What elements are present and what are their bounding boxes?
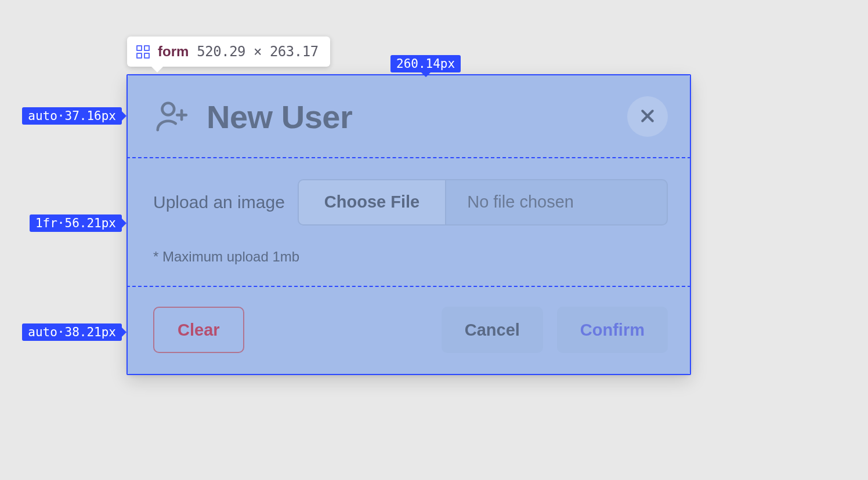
dialog-body: Upload an image Choose File No file chos… [153, 155, 668, 288]
grid-row-size-badge: auto·37.16px [22, 107, 122, 125]
new-user-dialog: New User Upload an image Choose File No … [126, 74, 691, 375]
inspect-tooltip: form 520.29 × 263.17 [127, 37, 330, 67]
choose-file-button[interactable]: Choose File [299, 180, 446, 224]
cancel-button[interactable]: Cancel [442, 307, 543, 353]
grid-column-size-badge: 260.14px [390, 55, 461, 72]
tooltip-tag: form [158, 43, 189, 60]
dialog-footer: Clear Cancel Confirm [153, 307, 668, 353]
grid-row-size-badge: auto·38.21px [22, 323, 122, 341]
dialog-title: New User [207, 98, 352, 136]
upload-label: Upload an image [153, 192, 285, 212]
grid-row-size-badge: 1fr·56.21px [30, 214, 122, 232]
file-status-text: No file chosen [446, 180, 667, 224]
upload-row: Upload an image Choose File No file chos… [153, 179, 668, 226]
file-input[interactable]: Choose File No file chosen [298, 179, 668, 226]
svg-point-0 [162, 103, 175, 115]
person-plus-icon [153, 99, 189, 134]
clear-button[interactable]: Clear [153, 307, 244, 353]
confirm-button[interactable]: Confirm [557, 307, 668, 353]
tooltip-dimensions: 520.29 × 263.17 [197, 43, 318, 60]
grid-icon [136, 45, 150, 59]
dialog-header: New User [153, 96, 668, 137]
close-button[interactable] [627, 96, 668, 137]
upload-hint: * Maximum upload 1mb [153, 249, 668, 265]
close-icon [639, 107, 656, 126]
new-user-form: New User Upload an image Choose File No … [126, 74, 691, 375]
